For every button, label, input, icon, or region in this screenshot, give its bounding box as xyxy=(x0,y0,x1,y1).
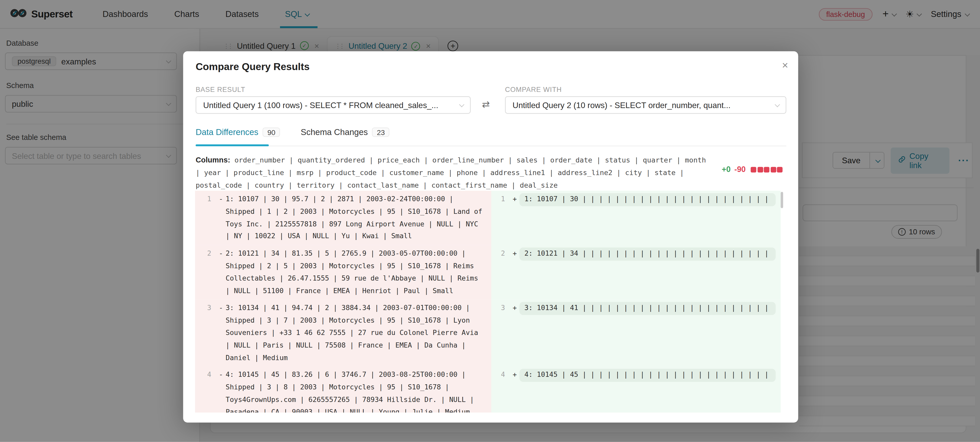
added-count: +0 xyxy=(722,165,731,174)
line-number: 3 xyxy=(491,302,510,364)
diff-row-text: 1: 10107 | 30 | | | | | | | | | | | | | … xyxy=(520,193,776,206)
line-number: 2 xyxy=(491,248,510,297)
minus-sign: - xyxy=(216,369,226,413)
diffstat-square xyxy=(764,167,770,172)
close-icon[interactable]: × xyxy=(782,59,788,72)
diffstat-square xyxy=(777,167,783,172)
base-result-label: BASE RESULT xyxy=(196,86,245,93)
diffstat-blocks xyxy=(751,167,783,172)
plus-sign: + xyxy=(510,248,520,297)
line-number: 1 xyxy=(195,193,216,243)
line-number: 2 xyxy=(195,248,216,297)
columns-label: Columns: xyxy=(196,156,230,164)
diff-row-added: 4+4: 10145 | 45 | | | | | | | | | | | | … xyxy=(491,367,781,412)
diff-row-text: 3: 10134 | 41 | 94.74 | 2 | 3884.34 | 20… xyxy=(226,302,486,364)
minus-sign: - xyxy=(216,248,226,297)
base-result-value: Untitled Query 1 (100 rows) - SELECT * F… xyxy=(203,100,438,110)
diff-row-text: 4: 10145 | 45 | | | | | | | | | | | | | … xyxy=(520,369,776,382)
removed-count: -90 xyxy=(734,165,746,174)
compare-with-value: Untitled Query 2 (10 rows) - SELECT orde… xyxy=(512,100,730,110)
plus-sign: + xyxy=(510,369,520,413)
diff-row-removed: 1-1: 10107 | 30 | 95.7 | 2 | 2871 | 2003… xyxy=(195,191,491,245)
chevron-down-icon xyxy=(775,102,780,107)
columns-list: Columns: order_number | quantity_ordered… xyxy=(196,154,708,192)
diff-row-added: 2+2: 10121 | 34 | | | | | | | | | | | | … xyxy=(491,245,781,299)
swap-icon[interactable]: ⇄ xyxy=(482,99,490,110)
diffstat: +0 -90 xyxy=(722,165,783,174)
compare-with-label: COMPARE WITH xyxy=(505,86,562,93)
diff-view: 1-1: 10107 | 30 | 95.7 | 2 | 2871 | 2003… xyxy=(195,191,783,412)
line-number: 4 xyxy=(195,369,216,413)
diff-row-removed: 2-2: 10121 | 34 | 81.35 | 5 | 2765.9 | 2… xyxy=(195,245,491,299)
diff-row-text: 2: 10121 | 34 | | | | | | | | | | | | | … xyxy=(520,248,776,261)
diff-row-added: 3+3: 10134 | 41 | | | | | | | | | | | | … xyxy=(491,299,781,367)
diff-row-text: 3: 10134 | 41 | | | | | | | | | | | | | … xyxy=(520,302,776,315)
diff-scrollbar[interactable] xyxy=(781,192,783,412)
modal-tabs: Data Differences 90 Schema Changes 23 xyxy=(196,127,390,144)
minus-sign: - xyxy=(216,302,226,364)
tab-count-badge: 23 xyxy=(372,127,390,137)
diff-row-removed: 4-4: 10145 | 45 | 83.26 | 6 | 3746.7 | 2… xyxy=(195,367,491,412)
diffstat-square xyxy=(757,167,763,172)
tab-label: Data Differences xyxy=(196,127,258,137)
columns-names: order_number | quantity_ordered | price_… xyxy=(196,156,706,190)
superset-sql-lab: Superset DashboardsChartsDatasetsSQL fla… xyxy=(0,0,980,442)
chevron-down-icon xyxy=(459,102,465,107)
base-result-select[interactable]: Untitled Query 1 (100 rows) - SELECT * F… xyxy=(196,96,471,114)
active-tab-ink xyxy=(196,145,269,146)
plus-sign: + xyxy=(510,302,520,364)
plus-sign: + xyxy=(510,193,520,243)
tab-data-differences[interactable]: Data Differences 90 xyxy=(196,127,280,144)
compare-query-results-modal: × Compare Query Results BASE RESULT COMP… xyxy=(183,51,798,423)
diff-row-removed: 3-3: 10134 | 41 | 94.74 | 2 | 3884.34 | … xyxy=(195,299,491,367)
line-number: 3 xyxy=(195,302,216,364)
tab-schema-changes[interactable]: Schema Changes 23 xyxy=(301,127,390,144)
diffstat-square xyxy=(770,167,776,172)
scrollbar-thumb[interactable] xyxy=(781,192,783,208)
diff-row-text: 4: 10145 | 45 | 83.26 | 6 | 3746.7 | 200… xyxy=(226,369,486,413)
diff-row-text: 1: 10107 | 30 | 95.7 | 2 | 2871 | 2003-0… xyxy=(226,193,486,243)
columns-header: Columns: order_number | quantity_ordered… xyxy=(196,154,786,192)
diff-row-added: 1+1: 10107 | 30 | | | | | | | | | | | | … xyxy=(491,191,781,245)
diffstat-square xyxy=(751,167,756,172)
compare-with-select[interactable]: Untitled Query 2 (10 rows) - SELECT orde… xyxy=(505,96,786,114)
line-number: 1 xyxy=(491,193,510,243)
tab-label: Schema Changes xyxy=(301,127,368,137)
minus-sign: - xyxy=(216,193,226,243)
diff-grid: 1-1: 10107 | 30 | 95.7 | 2 | 2871 | 2003… xyxy=(195,191,783,412)
diff-row-text: 2: 10121 | 34 | 81.35 | 5 | 2765.9 | 200… xyxy=(226,248,486,297)
modal-title: Compare Query Results xyxy=(196,61,310,73)
line-number: 4 xyxy=(491,369,510,413)
tab-underline xyxy=(196,146,786,146)
tab-count-badge: 90 xyxy=(263,127,280,137)
